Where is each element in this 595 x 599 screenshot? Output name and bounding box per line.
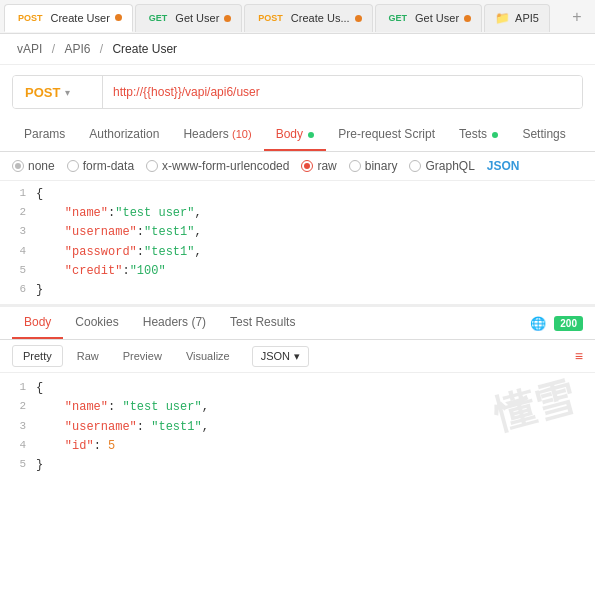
body-type-row: none form-data x-www-form-urlencoded raw… — [0, 152, 595, 181]
method-post-badge-1: POST — [15, 12, 46, 24]
resp-tab-cookies[interactable]: Cookies — [63, 307, 130, 339]
tab-body[interactable]: Body — [264, 119, 327, 151]
body-type-none-label: none — [28, 159, 55, 173]
tab-label-5: API5 — [515, 12, 539, 24]
tab-label-2: Get User — [175, 12, 219, 24]
body-type-none[interactable]: none — [12, 159, 55, 173]
chevron-down-icon: ▾ — [65, 87, 70, 98]
tab-get-user-2[interactable]: GET Get User — [375, 4, 483, 32]
radio-formdata-icon — [67, 160, 79, 172]
body-type-graphql[interactable]: GraphQL — [409, 159, 474, 173]
tab-headers[interactable]: Headers (10) — [171, 119, 263, 151]
req-line-6: 6 } — [0, 281, 595, 300]
method-text: POST — [25, 85, 60, 100]
response-body-editor: 1 { 2 "name": "test user", 3 "username":… — [0, 373, 595, 481]
body-type-form-data-label: form-data — [83, 159, 134, 173]
folder-icon: 📁 — [495, 11, 510, 25]
format-tabs-row: Pretty Raw Preview Visualize JSON ▾ ≡ — [0, 340, 595, 373]
resp-line-3: 3 "username": "test1", — [0, 418, 595, 437]
response-section: Body Cookies Headers (7) Test Results 🌐 … — [0, 305, 595, 481]
status-badge: 200 — [554, 316, 583, 331]
resp-tab-test-results[interactable]: Test Results — [218, 307, 307, 339]
body-type-graphql-label: GraphQL — [425, 159, 474, 173]
tab-dot-4 — [464, 15, 471, 22]
resp-line-2: 2 "name": "test user", — [0, 398, 595, 417]
body-type-raw-label: raw — [317, 159, 336, 173]
body-type-json-label: JSON — [487, 159, 520, 173]
method-post-badge-2: POST — [255, 12, 286, 24]
tab-dot-2 — [224, 15, 231, 22]
tab-post-create-user-1[interactable]: POST Create User — [4, 4, 133, 32]
req-line-5: 5 "credit":"100" — [0, 262, 595, 281]
resp-line-5: 5 } — [0, 456, 595, 475]
url-bar: POST ▾ — [12, 75, 583, 109]
tab-dot-1 — [115, 14, 122, 21]
tab-settings[interactable]: Settings — [510, 119, 577, 151]
resp-tab-body[interactable]: Body — [12, 307, 63, 339]
tab-dot-3 — [355, 15, 362, 22]
format-tab-pretty[interactable]: Pretty — [12, 345, 63, 367]
req-line-4: 4 "password":"test1", — [0, 243, 595, 262]
format-tab-raw[interactable]: Raw — [67, 346, 109, 366]
breadcrumb-vapi[interactable]: vAPI — [17, 42, 42, 56]
body-type-binary-label: binary — [365, 159, 398, 173]
req-line-2: 2 "name":"test user", — [0, 204, 595, 223]
radio-graphql-icon — [409, 160, 421, 172]
format-tab-visualize[interactable]: Visualize — [176, 346, 240, 366]
body-type-json[interactable]: JSON — [487, 159, 520, 173]
json-format-selector[interactable]: JSON ▾ — [252, 346, 309, 367]
method-get-badge-1: GET — [146, 12, 171, 24]
response-tabs-row: Body Cookies Headers (7) Test Results 🌐 … — [0, 307, 595, 340]
tab-label-4: Get User — [415, 12, 459, 24]
globe-icon: 🌐 — [530, 316, 546, 331]
radio-none-icon — [12, 160, 24, 172]
add-tab-button[interactable]: + — [563, 3, 591, 31]
tab-label-1: Create User — [51, 12, 110, 24]
resp-tab-headers[interactable]: Headers (7) — [131, 307, 218, 339]
tab-bar: POST Create User GET Get User POST Creat… — [0, 0, 595, 34]
resp-line-1: 1 { — [0, 379, 595, 398]
tab-api5[interactable]: 📁 API5 — [484, 4, 550, 32]
tab-pre-request-script[interactable]: Pre-request Script — [326, 119, 447, 151]
url-input[interactable] — [103, 76, 582, 108]
tab-get-user-1[interactable]: GET Get User — [135, 4, 243, 32]
method-get-badge-2: GET — [386, 12, 411, 24]
tab-label-3: Create Us... — [291, 12, 350, 24]
body-type-raw[interactable]: raw — [301, 159, 336, 173]
breadcrumb-api6[interactable]: API6 — [64, 42, 90, 56]
request-body-editor[interactable]: 1 { 2 "name":"test user", 3 "username":"… — [0, 181, 595, 305]
method-selector[interactable]: POST ▾ — [13, 76, 103, 108]
radio-urlencoded-icon — [146, 160, 158, 172]
json-format-label: JSON — [261, 350, 290, 362]
tab-authorization[interactable]: Authorization — [77, 119, 171, 151]
body-type-urlencoded[interactable]: x-www-form-urlencoded — [146, 159, 289, 173]
request-tabs: Params Authorization Headers (10) Body P… — [0, 119, 595, 152]
filter-icon[interactable]: ≡ — [575, 348, 583, 364]
radio-binary-icon — [349, 160, 361, 172]
breadcrumb-current: Create User — [112, 42, 177, 56]
tab-tests[interactable]: Tests — [447, 119, 510, 151]
body-type-form-data[interactable]: form-data — [67, 159, 134, 173]
tab-post-create-user-2[interactable]: POST Create Us... — [244, 4, 372, 32]
body-type-binary[interactable]: binary — [349, 159, 398, 173]
req-line-3: 3 "username":"test1", — [0, 223, 595, 242]
tab-params[interactable]: Params — [12, 119, 77, 151]
resp-line-4: 4 "id": 5 — [0, 437, 595, 456]
resp-right-controls: 🌐 200 — [530, 316, 583, 331]
radio-raw-icon — [301, 160, 313, 172]
req-line-1: 1 { — [0, 185, 595, 204]
breadcrumb: vAPI / API6 / Create User — [0, 34, 595, 65]
format-tab-preview[interactable]: Preview — [113, 346, 172, 366]
chevron-json-icon: ▾ — [294, 350, 300, 363]
body-type-urlencoded-label: x-www-form-urlencoded — [162, 159, 289, 173]
